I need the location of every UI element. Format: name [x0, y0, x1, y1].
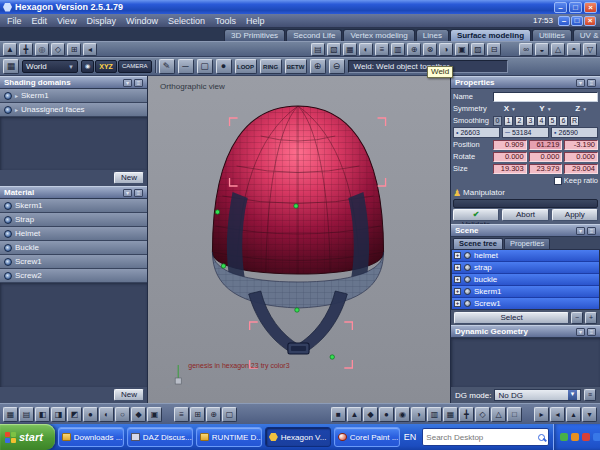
smoothing-level-5[interactable]: 5: [548, 116, 557, 126]
shading-domain-item[interactable]: ▸ Unassigned faces: [0, 103, 147, 117]
thickness-tool-icon[interactable]: ▦: [343, 43, 357, 56]
smooth-shade-icon[interactable]: ◧: [35, 407, 50, 422]
frame-icon[interactable]: □: [507, 407, 522, 422]
symmetry-tool-icon[interactable]: ▣: [455, 43, 469, 56]
validate-button[interactable]: ✔ Validate: [453, 209, 499, 221]
tessellate-tool-icon[interactable]: ▥: [391, 43, 405, 56]
size-x-field[interactable]: 19.303: [493, 164, 527, 174]
taskbar-button-hexagon[interactable]: Hexagon V...: [265, 427, 331, 447]
position-z-field[interactable]: -3.190: [564, 140, 598, 150]
smoothing-level-3[interactable]: 3: [526, 116, 535, 126]
half-sphere-icon[interactable]: ◐: [99, 407, 114, 422]
new-shading-domain-button[interactable]: New: [114, 172, 144, 184]
flat-shade-icon[interactable]: ▤: [19, 407, 34, 422]
tab-lines[interactable]: Lines: [416, 29, 449, 41]
menu-selection[interactable]: Selection: [163, 16, 210, 26]
next-icon[interactable]: ▸: [534, 407, 549, 422]
smoothing-level-1[interactable]: 1: [504, 116, 513, 126]
material-item[interactable]: Screw1: [0, 255, 147, 269]
scene-tree-item[interactable]: +strap: [452, 262, 599, 274]
mirror-tool-icon[interactable]: ◑: [439, 43, 453, 56]
rotate-y-field[interactable]: 0.000: [529, 152, 563, 162]
twist-tool-icon[interactable]: ◓: [567, 43, 581, 56]
expander-icon[interactable]: +: [454, 300, 461, 307]
weld-tool-icon[interactable]: ⊕: [407, 43, 421, 56]
shading-domain-item[interactable]: ▸ Skerm1: [0, 89, 147, 103]
up-icon[interactable]: ▴: [566, 407, 581, 422]
scene-tree-item[interactable]: +buckle: [452, 274, 599, 286]
search-icon[interactable]: [538, 434, 545, 441]
taskbar-button-corel[interactable]: Corel Paint ...: [334, 427, 400, 447]
prev-icon[interactable]: ◂: [550, 407, 565, 422]
box-view-icon[interactable]: ▣: [147, 407, 162, 422]
scene-header[interactable]: Scene ▾≡: [451, 224, 600, 237]
panel-menu-icon[interactable]: ≡: [587, 328, 596, 336]
globe-icon[interactable]: ◉: [81, 60, 94, 73]
ring-button[interactable]: RING: [260, 59, 282, 74]
zoom-view-icon[interactable]: ▥: [427, 407, 442, 422]
menu-display[interactable]: Display: [81, 16, 121, 26]
deform-tool-icon[interactable]: ∞: [519, 43, 533, 56]
collapsed-section[interactable]: [453, 199, 598, 208]
crosshair-icon[interactable]: ╋: [459, 407, 474, 422]
domain-arrow-icon[interactable]: ▸: [15, 106, 18, 113]
transparent-mode-icon[interactable]: ◩: [67, 407, 82, 422]
apply-button[interactable]: Apply: [552, 209, 598, 221]
menu-window[interactable]: Window: [121, 16, 163, 26]
empty-view-icon[interactable]: ▢: [222, 407, 237, 422]
tab-scene-properties[interactable]: Properties: [504, 238, 550, 249]
stretch-tool-icon[interactable]: ▽: [583, 43, 597, 56]
tab-utilities[interactable]: Utilities: [532, 29, 572, 41]
axis-x-header[interactable]: X▼: [493, 104, 527, 113]
properties-header[interactable]: Properties ▾≡: [451, 76, 600, 89]
down-icon[interactable]: ▾: [582, 407, 597, 422]
desktop-search[interactable]: [422, 428, 549, 446]
smoothing-level-r[interactable]: R: [570, 116, 579, 126]
menu-file[interactable]: File: [2, 16, 27, 26]
wireframe-mode-icon[interactable]: ▦: [3, 407, 18, 422]
expander-icon[interactable]: +: [454, 288, 461, 295]
camera-orbit-icon[interactable]: ◉: [395, 407, 410, 422]
select-button[interactable]: Select: [454, 312, 569, 324]
network-tray-icon[interactable]: [593, 433, 600, 441]
keep-ratio-checkbox[interactable]: [554, 177, 562, 185]
minimize-button[interactable]: –: [554, 2, 567, 13]
size-z-field[interactable]: 29.004: [564, 164, 598, 174]
panel-collapse-icon[interactable]: ▾: [576, 79, 585, 87]
point-tool-icon[interactable]: ●: [216, 59, 232, 74]
offset-tool-icon[interactable]: ⊟: [487, 43, 501, 56]
taper-tool-icon[interactable]: △: [551, 43, 565, 56]
select-faces-icon[interactable]: ◆: [363, 407, 378, 422]
up-view-icon[interactable]: △: [491, 407, 506, 422]
name-input[interactable]: [493, 92, 598, 102]
panel-menu-icon[interactable]: ≡: [134, 189, 143, 197]
menu-edit[interactable]: Edit: [27, 16, 53, 26]
list-view-icon[interactable]: ≡: [174, 407, 189, 422]
face-tool-icon[interactable]: ▢: [197, 59, 213, 74]
child-minimize-button[interactable]: –: [558, 16, 570, 26]
menu-help[interactable]: Help: [241, 16, 270, 26]
bridge-tool-icon[interactable]: ≡: [375, 43, 389, 56]
dynamic-geometry-header[interactable]: Dynamic Geometry ▾≡: [451, 325, 600, 338]
sphere-view-icon[interactable]: ●: [83, 407, 98, 422]
panel-menu-icon[interactable]: ≡: [587, 79, 596, 87]
smoothing-level-4[interactable]: 4: [537, 116, 546, 126]
boolean-tool-icon[interactable]: ⊗: [423, 43, 437, 56]
material-item[interactable]: Strap: [0, 213, 147, 227]
viewport-canvas[interactable]: Orthographic view: [148, 76, 450, 403]
taskbar-button-runtime[interactable]: RUNTIME D...: [196, 427, 262, 447]
undo-icon[interactable]: ◂: [83, 43, 97, 56]
panel-collapse-icon[interactable]: ▾: [576, 328, 585, 336]
select-object-icon[interactable]: ●: [379, 407, 394, 422]
camera-button[interactable]: CAMERA: [118, 60, 152, 73]
sweep-tool-icon[interactable]: ▧: [327, 43, 341, 56]
axis-y-header[interactable]: Y▼: [529, 104, 563, 113]
child-close-button[interactable]: ×: [584, 16, 596, 26]
tab-vertex-modeling[interactable]: Vertex modeling: [343, 29, 414, 41]
rotate-tool-icon[interactable]: ◎: [35, 43, 49, 56]
between-button[interactable]: BETW: [285, 59, 307, 74]
menu-tools[interactable]: Tools: [210, 16, 241, 26]
panel-menu-icon[interactable]: ≡: [134, 79, 143, 87]
add-view-icon[interactable]: ⊕: [206, 407, 221, 422]
panel-menu-icon[interactable]: ≡: [587, 227, 596, 235]
